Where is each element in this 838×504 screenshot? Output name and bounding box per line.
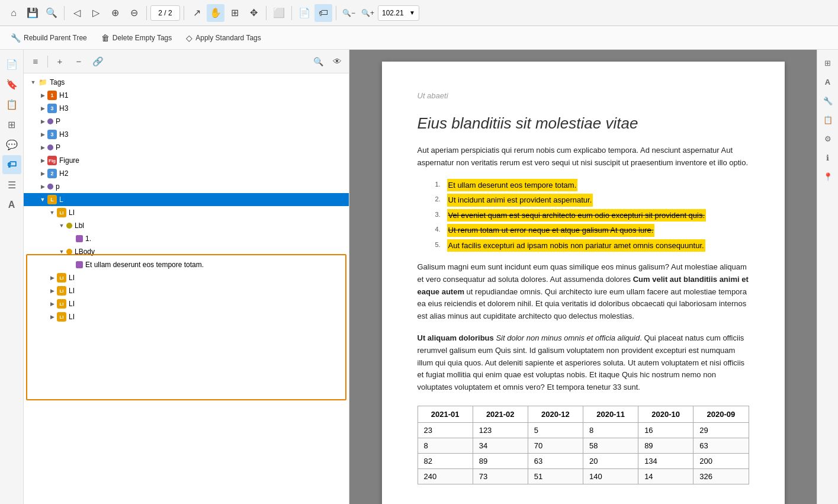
Lbl-toggle[interactable]: ▼ xyxy=(57,221,66,230)
tree-item-L[interactable]: ▼ L L xyxy=(24,193,349,206)
rebuild-parent-tree-button[interactable]: 🔧 Rebuild Parent Tree xyxy=(5,30,93,46)
apply-standard-tags-button[interactable]: ◇ Apply Standard Tags xyxy=(180,30,267,46)
h3b-toggle[interactable]: ▶ xyxy=(38,130,47,139)
LI4-toggle[interactable]: ▶ xyxy=(47,299,57,309)
table-cell: 326 xyxy=(693,469,749,484)
rail-layers-button[interactable]: ⊞ xyxy=(2,115,21,134)
LBody-label: LBody xyxy=(75,248,95,256)
tree-item-h3b[interactable]: ▶ 3 H3 xyxy=(24,128,349,141)
h2-toggle[interactable]: ▶ xyxy=(38,169,47,178)
panel-menu-button[interactable]: ≡ xyxy=(27,53,44,70)
tree-item-LI3[interactable]: ▶ LI LI xyxy=(24,284,349,297)
save-button[interactable]: 💾 xyxy=(24,4,41,22)
tree-item-LI4[interactable]: ▶ LI LI xyxy=(24,297,349,310)
root-toggle[interactable]: ▼ xyxy=(28,78,38,87)
table-cell: 16 xyxy=(638,423,693,438)
LI1-label: LI xyxy=(69,208,75,217)
tree-item-h2[interactable]: ▶ 2 H2 xyxy=(24,167,349,180)
zoom-value: 102.21 xyxy=(382,9,404,17)
fit-page-button[interactable]: ⬜ xyxy=(270,4,288,22)
panel-add-button[interactable]: + xyxy=(52,53,68,70)
right-rail-btn6[interactable]: ℹ xyxy=(820,149,836,166)
LI2-toggle[interactable]: ▶ xyxy=(47,273,57,283)
right-rail-btn4[interactable]: 📋 xyxy=(820,111,836,128)
L-toggle[interactable]: ▼ xyxy=(38,195,47,204)
list-item-4: 4. Ut rerum totam ut error neque et atqu… xyxy=(435,224,749,237)
table-row: 83470588963 xyxy=(418,438,749,454)
tree-item-LI2[interactable]: ▶ LI LI xyxy=(24,271,349,284)
right-rail-btn5[interactable]: ⚙ xyxy=(820,130,836,147)
delete-empty-tags-button[interactable]: 🗑 Delete Empty Tags xyxy=(95,30,178,46)
tree-item-Lbl[interactable]: ▼ Lbl xyxy=(24,219,349,232)
zoom-in-button[interactable]: 🔍+ xyxy=(359,4,377,22)
rail-page-button[interactable]: 📄 xyxy=(2,54,21,73)
panel-remove-button[interactable]: − xyxy=(70,53,87,70)
table-cell: 89 xyxy=(473,454,528,469)
nav-back-button[interactable]: ◁ xyxy=(68,4,86,22)
L-label: L xyxy=(59,195,63,204)
right-rail-btn3[interactable]: 🔧 xyxy=(820,92,836,109)
LI1-toggle[interactable]: ▼ xyxy=(47,208,57,217)
rail-comment-button[interactable]: 💬 xyxy=(2,135,21,154)
panel-link-button[interactable]: 🔗 xyxy=(89,53,106,70)
LI5-toggle[interactable]: ▶ xyxy=(47,312,57,322)
right-rail: ⊞ A 🔧 📋 ⚙ ℹ 📍 xyxy=(817,50,838,504)
zoom-out-button[interactable]: 🔍− xyxy=(340,4,358,22)
tree-item-figure[interactable]: ▶ Fig Figure xyxy=(24,154,349,167)
tree-item-pc[interactable]: ▶ p xyxy=(24,180,349,193)
h1-toggle[interactable]: ▶ xyxy=(38,91,47,100)
right-rail-btn7[interactable]: 📍 xyxy=(820,168,836,185)
zoom-dropdown-icon[interactable]: ▼ xyxy=(409,9,415,16)
select-tool-button[interactable]: ↗ xyxy=(188,4,206,22)
add-page-button[interactable]: ⊕ xyxy=(106,4,124,22)
pa-toggle[interactable]: ▶ xyxy=(38,117,47,126)
table-cell: 82 xyxy=(418,454,473,469)
content-tool-button[interactable]: 📄 xyxy=(296,4,313,22)
right-rail-btn2[interactable]: A xyxy=(820,73,836,90)
rail-content-button[interactable]: 📋 xyxy=(2,95,21,114)
tree-container[interactable]: ▼ 📁 Tags ▶ 1 H1 ▶ 3 H3 ▶ P xyxy=(24,73,349,504)
doc-para2: Galisum magni eum sunt incidunt eum quas… xyxy=(418,261,749,323)
tree-item-LI1[interactable]: ▼ LI LI xyxy=(24,206,349,219)
table-cell: 240 xyxy=(418,469,473,484)
tree-item-pb[interactable]: ▶ P xyxy=(24,141,349,154)
table-cell: 63 xyxy=(693,438,749,454)
table-cell: 23 xyxy=(418,423,473,438)
panel-eye-button[interactable]: 👁 xyxy=(329,53,345,70)
table-row: 23123581629 xyxy=(418,423,749,438)
grid-tool-button[interactable]: ⊞ xyxy=(226,4,243,22)
separator6 xyxy=(336,6,336,20)
nav-forward-button[interactable]: ▷ xyxy=(87,4,105,22)
L-badge: L xyxy=(47,195,57,204)
lbl-content-square xyxy=(76,235,83,242)
tree-item-lbl-content[interactable]: ▶ 1. xyxy=(24,232,349,245)
pc-toggle[interactable]: ▶ xyxy=(38,182,47,191)
zoom-box[interactable]: 102.21 ▼ xyxy=(378,5,419,21)
tree-item-pa[interactable]: ▶ P xyxy=(24,115,349,128)
tree-item-lbody-content[interactable]: ▶ Et ullam deserunt eos tempore totam. xyxy=(24,258,349,271)
remove-page-button[interactable]: ⊖ xyxy=(125,4,143,22)
find-button[interactable]: 🔍 xyxy=(43,4,60,22)
pan-tool-button[interactable]: ✥ xyxy=(245,4,262,22)
h3a-toggle[interactable]: ▶ xyxy=(38,104,47,113)
document-area[interactable]: Ut abaeti Eius blanditiis sit molestiae … xyxy=(349,50,817,504)
rail-a-button[interactable]: A xyxy=(2,195,21,214)
rail-tag-button[interactable]: 🏷 xyxy=(2,155,21,174)
rail-order-button[interactable]: ☰ xyxy=(2,175,21,194)
touch-tool-button[interactable]: ✋ xyxy=(207,4,224,22)
tree-item-LI5[interactable]: ▶ LI LI xyxy=(24,310,349,323)
LI3-toggle[interactable]: ▶ xyxy=(47,286,57,296)
home-button[interactable]: ⌂ xyxy=(5,4,23,22)
LBody-toggle[interactable]: ▼ xyxy=(57,247,66,256)
tag-tool-button[interactable]: 🏷 xyxy=(314,4,332,22)
tree-root[interactable]: ▼ 📁 Tags xyxy=(24,76,349,89)
tree-item-h1[interactable]: ▶ 1 H1 xyxy=(24,89,349,102)
panel-search-button[interactable]: 🔍 xyxy=(310,53,326,70)
right-rail-btn1[interactable]: ⊞ xyxy=(820,54,836,71)
tree-item-LBody[interactable]: ▼ LBody xyxy=(24,245,349,258)
tree-item-h3a[interactable]: ▶ 3 H3 xyxy=(24,102,349,115)
pb-toggle[interactable]: ▶ xyxy=(38,143,47,152)
figure-toggle[interactable]: ▶ xyxy=(38,156,47,165)
rail-bookmark-button[interactable]: 🔖 xyxy=(2,75,21,94)
page-indicator[interactable]: 2 / 2 xyxy=(150,5,180,21)
